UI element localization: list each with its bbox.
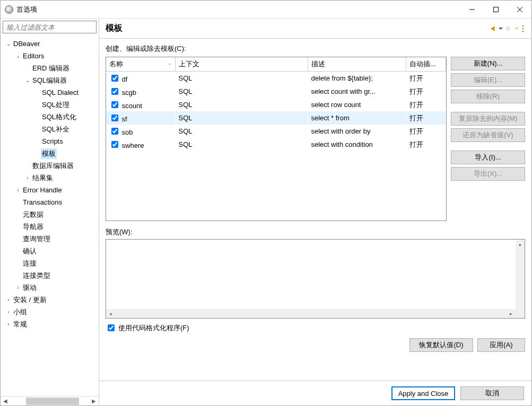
table-row[interactable]: swhereSQLselect with condition打开	[106, 138, 446, 151]
row-auto: 打开	[406, 125, 446, 138]
tree-item[interactable]: ›结果集	[1, 172, 99, 184]
export-button[interactable]: 导出(X)...	[451, 167, 525, 181]
chevron-right-icon[interactable]: ›	[5, 297, 12, 303]
tree-item-label: Error Handle	[22, 186, 63, 195]
cancel-button[interactable]: 取消	[460, 386, 524, 400]
chevron-right-icon[interactable]: ›	[14, 187, 22, 193]
revert-default-button[interactable]: 还原为缺省值(V)	[451, 128, 525, 142]
tree-item[interactable]: 连接类型	[1, 269, 99, 281]
tree-item[interactable]: Transactions	[1, 196, 99, 208]
edit-button[interactable]: 编辑(E)...	[451, 73, 525, 87]
close-button[interactable]	[508, 1, 531, 18]
tree-item[interactable]: ⌄SQL编辑器	[1, 74, 99, 86]
col-auto[interactable]: 自动插...	[406, 57, 446, 72]
table-row[interactable]: dfSQLdelete from ${table};打开	[106, 72, 446, 85]
tree-item[interactable]: ›Error Handle	[1, 184, 99, 196]
tree-item-label: 数据库编辑器	[31, 161, 75, 171]
preview-label: 预览(W):	[106, 227, 525, 237]
tree-item[interactable]: ERD 编辑器	[1, 62, 99, 74]
sidebar-hscroll[interactable]: ◀▶	[1, 396, 99, 405]
row-desc: select count with gr...	[308, 85, 406, 98]
templates-table[interactable]: 名称⌄ 上下文 描述 自动插... dfSQLdelete from ${tab…	[106, 57, 447, 221]
tree-item[interactable]: 查询管理	[1, 233, 99, 245]
tree-item[interactable]: SQL格式化	[1, 111, 99, 123]
tree-item[interactable]: SQL补全	[1, 123, 99, 135]
tree-item[interactable]: ›安装 / 更新	[1, 294, 99, 306]
tree-item[interactable]: 模板	[1, 147, 99, 160]
tree-item[interactable]: ›驱动	[1, 281, 99, 294]
tree-item[interactable]: 连接	[1, 257, 99, 269]
restore-defaults-button[interactable]: 恢复默认值(D)	[409, 338, 473, 352]
chevron-down-icon[interactable]: ⌄	[14, 53, 22, 59]
tree-item-label: 确认	[22, 246, 38, 257]
table-row[interactable]: sobSQLselect with order by打开	[106, 125, 446, 138]
tree-item[interactable]: SQL处理	[1, 99, 99, 111]
use-formatter-checkbox[interactable]	[108, 324, 115, 331]
tree-item-label: 驱动	[22, 283, 38, 293]
tree-item[interactable]: ›小组	[1, 306, 99, 318]
preview-box[interactable]: ▴ ◂▸	[106, 239, 525, 319]
table-row-empty	[106, 204, 446, 217]
table-row-empty	[106, 191, 446, 204]
svg-point-5	[522, 28, 524, 29]
apply-and-close-button[interactable]: Apply and Close	[391, 386, 455, 400]
maximize-button[interactable]	[484, 1, 508, 18]
table-row[interactable]: sfSQLselect * from打开	[106, 111, 446, 125]
row-checkbox[interactable]	[111, 88, 118, 95]
chevron-down-icon[interactable]: ⌄	[24, 77, 31, 83]
tree-item[interactable]: ›常规	[1, 318, 99, 330]
sidebar: ⌄DBeaver⌄EditorsERD 编辑器⌄SQL编辑器SQL Dialec…	[1, 19, 99, 405]
chevron-right-icon[interactable]: ›	[5, 321, 12, 327]
col-desc[interactable]: 描述	[308, 57, 406, 72]
tree-item[interactable]: 确认	[1, 245, 99, 257]
tree-item[interactable]: 数据库编辑器	[1, 160, 99, 172]
filter-box	[3, 21, 97, 33]
back-icon[interactable]	[489, 25, 496, 32]
table-row[interactable]: scountSQLselect row count打开	[106, 98, 446, 111]
remove-button[interactable]: 移除(R)	[451, 90, 525, 103]
row-context: SQL	[175, 138, 308, 151]
tree-item-label: Editors	[22, 51, 45, 60]
col-context[interactable]: 上下文	[175, 57, 308, 72]
row-auto: 打开	[406, 111, 446, 125]
row-checkbox[interactable]	[111, 75, 118, 82]
restore-removed-button[interactable]: 复原除去的内容(M)	[451, 112, 525, 126]
apply-button[interactable]: 应用(A)	[477, 338, 525, 352]
row-checkbox[interactable]	[111, 101, 118, 108]
tree-item[interactable]: Scripts	[1, 135, 99, 147]
preview-vscroll[interactable]: ▴	[516, 240, 525, 309]
filter-input[interactable]	[3, 21, 97, 33]
chevron-right-icon[interactable]: ›	[5, 309, 12, 315]
tree-item[interactable]: 导航器	[1, 220, 99, 233]
tree-item[interactable]: 元数据	[1, 208, 99, 220]
tree-item[interactable]: SQL Dialect	[1, 86, 99, 99]
tree-item-label: 连接	[22, 258, 38, 269]
import-button[interactable]: 导入(I)...	[451, 151, 525, 164]
new-button[interactable]: 新建(N)...	[451, 57, 525, 70]
forward-icon[interactable]	[505, 25, 512, 32]
use-formatter-label: 使用代码格式化程序(F)	[118, 323, 189, 333]
col-name[interactable]: 名称⌄	[106, 57, 175, 72]
section-label: 创建、编辑或除去模板(C):	[106, 44, 525, 54]
chevron-down-icon[interactable]: ⌄	[5, 41, 12, 47]
row-context: SQL	[175, 98, 308, 111]
row-auto: 打开	[406, 138, 446, 151]
row-context: SQL	[175, 111, 308, 125]
tree-item[interactable]: ⌄Editors	[1, 50, 99, 62]
menu-icon[interactable]	[521, 25, 525, 32]
chevron-right-icon[interactable]: ›	[14, 285, 22, 290]
dropdown-icon[interactable]	[499, 27, 503, 31]
window-title: 首选项	[16, 5, 460, 14]
chevron-right-icon[interactable]: ›	[24, 175, 31, 181]
preview-hscroll[interactable]: ◂▸	[106, 309, 516, 318]
row-context: SQL	[175, 85, 308, 98]
minimize-button[interactable]	[460, 1, 484, 18]
tree-item-label: DBeaver	[12, 39, 41, 48]
table-row[interactable]: scgbSQLselect count with gr...打开	[106, 85, 446, 98]
row-checkbox[interactable]	[111, 128, 118, 135]
dropdown-icon-2[interactable]	[514, 27, 519, 31]
row-checkbox[interactable]	[111, 141, 118, 148]
preference-tree[interactable]: ⌄DBeaver⌄EditorsERD 编辑器⌄SQL编辑器SQL Dialec…	[1, 36, 99, 396]
tree-item[interactable]: ⌄DBeaver	[1, 38, 99, 50]
row-checkbox[interactable]	[111, 114, 118, 121]
